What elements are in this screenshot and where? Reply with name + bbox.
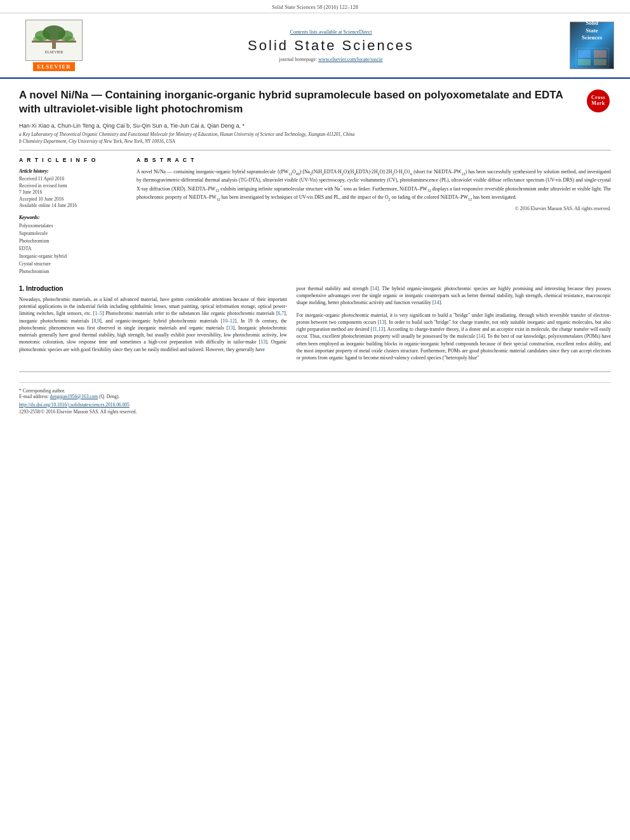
received-revised-label: Received in revised form xyxy=(19,183,127,190)
keywords-section: Keywords: Polyoxometalates Supramolecule… xyxy=(19,215,127,276)
introduction-section: 1. Introduction Nowadays, photochromic m… xyxy=(19,285,611,362)
article-title: A novel Ni/Na — Containing inorganic-org… xyxy=(19,88,579,116)
article-info-abstract-columns: A R T I C L E I N F O Article history: R… xyxy=(19,150,611,276)
article-info-column: A R T I C L E I N F O Article history: R… xyxy=(19,157,127,276)
elsevier-logo: ELSEVIER ELSEVIER xyxy=(13,20,95,71)
svg-point-5 xyxy=(33,36,43,43)
article-history-section: Article history: Received 11 April 2016 … xyxy=(19,168,127,210)
received-date: Received 11 April 2016 xyxy=(19,176,127,183)
crossmark-badge[interactable]: CrossMark xyxy=(586,88,611,114)
journal-cover-image: Solid State Sciences xyxy=(570,22,614,69)
main-content: A novel Ni/Na — Containing inorganic-org… xyxy=(0,79,630,424)
affiliations: a Key Laboratory of Theoretical Organic … xyxy=(19,131,611,145)
elsevier-wordmark: ELSEVIER xyxy=(33,62,75,71)
keyword-item: Photochromism xyxy=(19,268,127,276)
sciencedirect-link[interactable]: Contents lists available at ScienceDirec… xyxy=(95,29,566,35)
intro-left-paragraph: Nowadays, photochromic materials, as a k… xyxy=(19,296,287,353)
email-line: E-mail address: dengqian1956@163.com (Q.… xyxy=(19,394,611,399)
article-title-section: A novel Ni/Na — Containing inorganic-org… xyxy=(19,88,611,116)
email-address[interactable]: dengqian1956@163.com xyxy=(50,394,98,399)
abstract-heading: A B S T R A C T xyxy=(137,157,611,163)
keyword-item: Polyoxometalates xyxy=(19,222,127,230)
keyword-item: EDTA xyxy=(19,245,127,253)
keyword-item: Inorganic-organic hybrid xyxy=(19,253,127,260)
svg-rect-4 xyxy=(52,39,56,49)
keyword-item: Photochromism xyxy=(19,237,127,245)
journal-header: ELSEVIER ELSEVIER Contents lists availab… xyxy=(0,13,630,79)
journal-main-title: Solid State Sciences xyxy=(95,37,566,54)
keywords-label: Keywords: xyxy=(19,215,127,220)
svg-rect-9 xyxy=(578,50,591,58)
footnote-divider xyxy=(19,382,611,383)
available-online-date: Available online 14 June 2016 xyxy=(19,203,127,210)
received-revised-date: 7 June 2016 xyxy=(19,189,127,196)
issn-line: 1293-2558/© 2016 Elsevier Masson SAS. Al… xyxy=(19,409,611,415)
journal-homepage-link: journal homepage: www.elsevier.com/locat… xyxy=(95,57,566,62)
email-label: E-mail address: xyxy=(19,394,49,399)
journal-citation: Solid State Sciences 58 (2016) 122–128 xyxy=(0,0,630,13)
keyword-item: Crystal structure xyxy=(19,260,127,268)
svg-rect-10 xyxy=(594,50,607,58)
intro-right-column: poor thermal stability and strength [14]… xyxy=(297,285,611,362)
keyword-item: Supramolecule xyxy=(19,230,127,237)
journal-title-area: Contents lists available at ScienceDirec… xyxy=(95,29,566,62)
keywords-list: Polyoxometalates Supramolecule Photochro… xyxy=(19,222,127,276)
crossmark-icon: CrossMark xyxy=(587,90,610,112)
intro-right-paragraph-2: For inorganic-organic photochromic mater… xyxy=(297,312,611,362)
accepted-date: Accepted 10 June 2016 xyxy=(19,196,127,203)
svg-point-6 xyxy=(65,36,75,43)
email-person: (Q. Deng). xyxy=(99,394,119,399)
copyright-line: © 2016 Elsevier Masson SAS. All rights r… xyxy=(137,206,611,211)
intro-left-column: 1. Introduction Nowadays, photochromic m… xyxy=(19,285,287,362)
affiliation-a: a Key Laboratory of Theoretical Organic … xyxy=(19,131,611,138)
footnote-area: * Corresponding author. E-mail address: … xyxy=(19,371,611,399)
doi-line[interactable]: http://dx.doi.org/10.1016/j.solidstatesc… xyxy=(19,402,611,408)
elsevier-tree-image: ELSEVIER xyxy=(25,20,83,61)
svg-text:ELSEVIER: ELSEVIER xyxy=(45,50,63,54)
corresponding-author-note: * Corresponding author. xyxy=(19,388,611,394)
intro-heading: 1. Introduction xyxy=(19,285,287,292)
journal-cover: Solid State Sciences xyxy=(566,22,617,69)
article-history-label: Article history: xyxy=(19,168,127,174)
publisher-logo-area: ELSEVIER ELSEVIER xyxy=(13,20,95,71)
article-info-heading: A R T I C L E I N F O xyxy=(19,157,127,163)
abstract-column: A B S T R A C T A novel Ni/Na — containi… xyxy=(137,157,611,276)
affiliation-b: b Chemistry Department, City University … xyxy=(19,138,611,145)
abstract-text: A novel Ni/Na — containing inorganic-org… xyxy=(137,168,611,202)
svg-rect-11 xyxy=(578,59,591,65)
authors-line: Han-Xi Xiao a, Chun-Lin Teng a, Qing Cai… xyxy=(19,123,611,129)
intro-right-paragraph-1: poor thermal stability and strength [14]… xyxy=(297,285,611,307)
svg-rect-12 xyxy=(594,59,607,65)
